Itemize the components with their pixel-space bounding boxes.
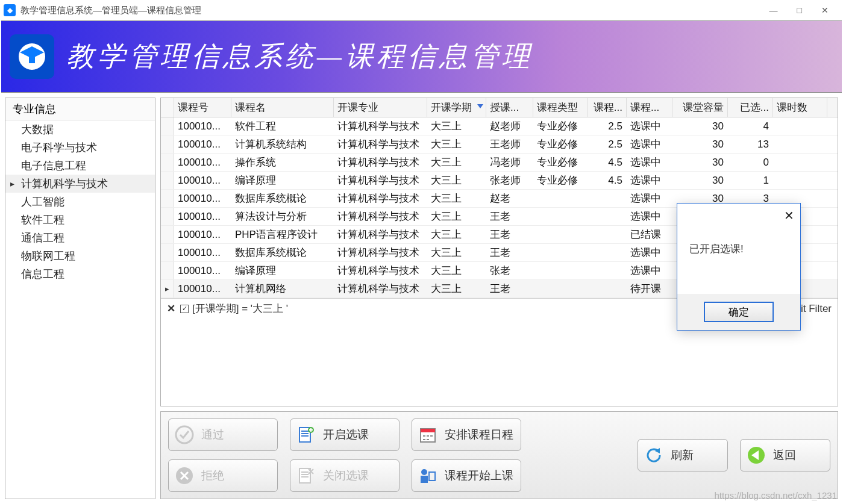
cell-status: 待开课 [627,280,672,297]
cell-major: 计算机科学与技术 [334,262,427,279]
cell-major: 计算机科学与技术 [334,117,427,135]
col-hours[interactable]: 课时数 [773,98,827,117]
doc-plus-icon [296,425,316,444]
sidebar-item[interactable]: 软件工程 [5,211,155,229]
cell-id: 100010... [174,154,231,171]
sidebar-item-label: 软件工程 [19,213,64,227]
cell-id: 100010... [174,280,231,297]
col-selected[interactable]: 已选... [728,98,773,117]
open-select-button[interactable]: 开启选课 [290,418,400,451]
col-capacity[interactable]: 课堂容量 [672,98,728,117]
back-button[interactable]: 返回 [740,439,830,471]
filter-checkbox[interactable]: ✓ [180,305,189,313]
col-credit[interactable]: 课程... [588,98,627,117]
cell-credit: 2.5 [588,117,627,135]
row-selector-icon: ▸ [5,179,19,188]
cell-credit [588,190,627,207]
col-id[interactable]: 课程号 [174,98,231,117]
row-selector-icon [161,154,174,171]
refresh-button[interactable]: 刷新 [638,439,728,471]
cell-credit: 2.5 [588,135,627,153]
svg-rect-12 [429,472,435,481]
sidebar-item[interactable]: 人工智能 [5,193,155,211]
row-selector-icon [161,135,174,153]
row-selector-icon [161,117,174,135]
svg-rect-7 [299,468,310,483]
cell-type: 专业必修 [533,154,588,171]
open-select-label: 开启选课 [323,427,369,443]
start-lesson-button[interactable]: 课程开始上课 [412,459,521,492]
filter-clear-icon[interactable]: ✕ [167,302,175,315]
col-name[interactable]: 课程名 [231,98,334,117]
cell-status: 选课中 [627,117,672,135]
cell-type: 专业必修 [533,117,588,135]
message-dialog: ✕ 已开启选课! 确定 [677,203,801,331]
cell-type [533,244,588,261]
cell-status: 选课中 [627,244,672,261]
refresh-label: 刷新 [671,447,694,463]
x-circle-icon [175,466,194,485]
cell-teacher: 王老 [486,226,533,243]
cell-semester: 大三上 [427,262,486,279]
cell-id: 100010... [174,262,231,279]
col-teacher[interactable]: 授课... [486,98,533,117]
approve-button[interactable]: 通过 [168,418,278,451]
table-row[interactable]: 100010...软件工程计算机科学与技术大三上赵老师专业必修2.5选课中304 [161,117,838,135]
filter-expression: [开课学期] = '大三上 ' [192,302,288,316]
cell-credit: 4.5 [588,172,627,189]
cell-semester: 大三上 [427,280,486,297]
dialog-close-icon[interactable]: ✕ [784,208,794,223]
row-selector-icon [161,226,174,243]
calendar-icon [418,425,437,444]
col-major[interactable]: 开课专业 [334,98,427,117]
cell-name: 数据库系统概论 [231,244,334,261]
schedule-button[interactable]: 安排课程日程 [412,418,521,451]
minimize-button[interactable]: — [769,5,778,15]
sidebar-item[interactable]: 电子信息工程 [5,157,155,175]
sidebar-item-label: 通信工程 [19,231,64,245]
table-row[interactable]: 100010...计算机系统结构计算机科学与技术大三上王老师专业必修2.5选课中… [161,135,838,154]
sidebar-item[interactable]: ▸计算机科学与技术 [5,175,155,193]
cell-name: 算法设计与分析 [231,208,334,225]
window-title: 教学管理信息系统—管理员端—课程信息管理 [20,5,769,16]
col-semester[interactable]: 开课学期 [427,98,486,117]
col-status[interactable]: 课程... [627,98,672,117]
cell-type: 专业必修 [533,135,588,153]
reject-button[interactable]: 拒绝 [168,459,278,492]
cell-credit: 4.5 [588,154,627,171]
sidebar-item[interactable]: 电子科学与技术 [5,138,155,157]
row-selector-icon [161,244,174,261]
svg-point-10 [421,469,427,475]
svg-point-3 [176,426,193,443]
approve-label: 通过 [201,427,224,443]
cell-semester: 大三上 [427,226,486,243]
cell-major: 计算机科学与技术 [334,190,427,207]
close-select-label: 关闭选课 [323,468,369,484]
sidebar-item-label: 大数据 [19,122,54,137]
sidebar-item[interactable]: 通信工程 [5,229,155,247]
table-row[interactable]: 100010...编译原理计算机科学与技术大三上张老师专业必修4.5选课中301 [161,172,838,190]
refresh-icon [644,446,663,465]
sidebar-item[interactable]: 大数据 [5,120,155,138]
cell-credit [588,244,627,261]
banner: 教学管理信息系统—课程信息管理 [1,20,842,93]
sidebar-item[interactable]: 物联网工程 [5,247,155,265]
maximize-button[interactable]: □ [797,5,802,15]
back-label: 返回 [773,447,796,463]
cell-status: 选课中 [627,190,672,207]
cell-hours [773,172,827,189]
close-select-button[interactable]: 关闭选课 [290,459,400,492]
row-indicator-header [161,98,174,117]
cell-teacher: 赵老师 [486,117,533,135]
col-type[interactable]: 课程类型 [533,98,588,117]
cell-status: 选课中 [627,262,672,279]
cell-capacity: 30 [672,172,728,189]
back-arrow-icon [747,446,766,465]
dialog-ok-button[interactable]: 确定 [704,302,774,322]
close-button[interactable]: ✕ [821,5,829,15]
sidebar-item[interactable]: 信息工程 [5,265,155,283]
watermark: https://blog.csdn.net/cxh_1231 [715,490,837,500]
logo-icon [10,34,54,79]
cell-teacher: 王老 [486,208,533,225]
table-row[interactable]: 100010...操作系统计算机科学与技术大三上冯老师专业必修4.5选课中300 [161,154,838,172]
